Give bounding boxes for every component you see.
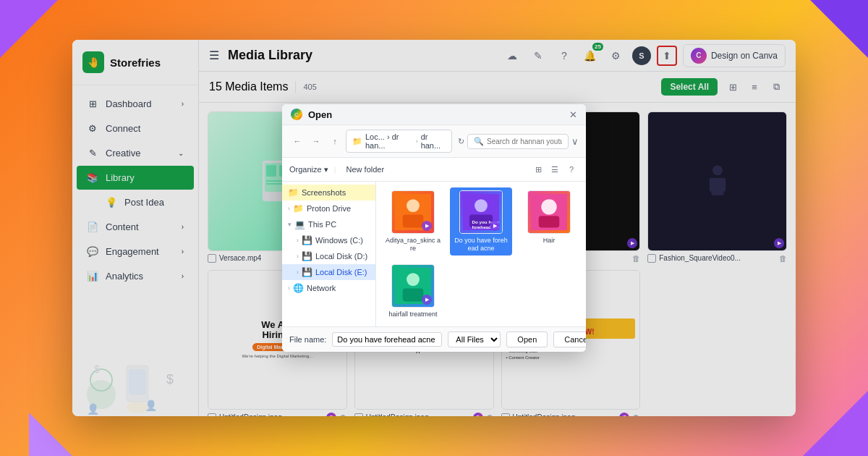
tree-label: Local Disk (E:) (315, 268, 367, 276)
dialog-close-button[interactable]: ✕ (569, 110, 577, 119)
deco-triangle-br (803, 391, 868, 456)
dialog-title: Open (308, 109, 563, 120)
path-folder-icon: 📁 (352, 137, 362, 146)
dialog-more-button[interactable]: ∨ (571, 136, 579, 147)
computer-icon: 💻 (294, 219, 305, 229)
play-icon: ▶ (422, 221, 432, 231)
svg-point-21 (407, 199, 420, 212)
disk-icon: 💾 (302, 235, 312, 245)
file-thumb: Do you have forehead acne ▶ (459, 190, 503, 234)
svg-point-32 (407, 273, 420, 286)
dialog-body: 📁 Screenshots › 📁 Proton Drive ▾ 💻 This … (282, 182, 586, 326)
file-thumb: ▶ (391, 190, 435, 234)
tree-label: Windows (C:) (315, 236, 363, 245)
filetype-select[interactable]: All Files (448, 332, 501, 347)
file-dialog: C Open ✕ ← → ↑ 📁 Loc... › dr han... › dr… (282, 104, 586, 352)
file-name: hairfall treatment (388, 311, 437, 318)
folder-icon: 📁 (288, 187, 299, 198)
file-name: Hair (543, 237, 556, 245)
open-button[interactable]: Open (506, 332, 548, 347)
filename-label: File name: (289, 335, 326, 344)
svg-rect-30 (539, 216, 560, 227)
deco-triangle-tr (810, 0, 868, 58)
play-icon: ▶ (422, 295, 432, 305)
dialog-sidebar: 📁 Screenshots › 📁 Proton Drive ▾ 💻 This … (282, 182, 376, 326)
organize-button[interactable]: Organize ▾ (289, 165, 328, 174)
chrome-icon: C (291, 109, 302, 120)
tree-arrow-icon: › (297, 237, 299, 244)
svg-rect-33 (403, 288, 424, 301)
play-icon: ▶ (490, 221, 500, 231)
folder-icon: 📁 (293, 203, 304, 214)
dialog-footer: File name: All Files Open Cancel (282, 326, 586, 352)
app-container: 🤚 Storefries ⊞ Dashboard › ⚙ Connect ✎ C… (72, 40, 796, 416)
tree-arrow-icon: › (288, 205, 290, 212)
deco-triangle-tl (0, 0, 58, 58)
dialog-titlebar: C Open ✕ (282, 104, 586, 125)
new-folder-label: New folder (346, 165, 385, 174)
tree-arrow-icon: › (288, 284, 290, 292)
dialog-view-buttons: ⊞ ☰ ? (531, 162, 579, 177)
file-thumb (527, 190, 571, 234)
tree-label: Screenshots (302, 188, 346, 197)
tree-arrow-icon: › (297, 253, 299, 260)
tree-label: Proton Drive (307, 204, 351, 213)
dialog-sub-path: dr han... (421, 132, 446, 150)
svg-point-24 (475, 199, 488, 212)
tree-arrow-icon: ▾ (288, 221, 292, 228)
dialog-search[interactable]: 🔍 (467, 134, 569, 149)
tree-label: Network (307, 284, 336, 292)
file-item-hairfall[interactable]: ▶ hairfall treatment (382, 261, 444, 321)
dialog-organize-bar: Organize ▾ | New folder ⊞ ☰ ? (282, 158, 586, 182)
file-name: Aditya_rao_skinc are (385, 237, 441, 253)
tree-item-screenshots[interactable]: 📁 Screenshots (282, 185, 375, 200)
tree-item-network[interactable]: › 🌐 Network (282, 280, 375, 296)
tree-item-proton[interactable]: › 📁 Proton Drive (282, 200, 375, 216)
tree-item-disk-e[interactable]: › 💾 Local Disk (E:) (282, 264, 375, 280)
dialog-refresh-button[interactable]: ↻ (458, 137, 464, 146)
dialog-up-button[interactable]: ↑ (327, 133, 343, 149)
file-thumb: ▶ (391, 264, 435, 308)
filename-input[interactable] (332, 332, 442, 347)
tree-arrow-icon: › (297, 269, 299, 276)
dialog-help[interactable]: ? (564, 162, 579, 177)
dialog-list-view[interactable]: ☰ (548, 162, 562, 177)
dialog-search-input[interactable] (487, 138, 562, 145)
tree-item-windows[interactable]: › 💾 Windows (C:) (282, 232, 375, 248)
file-name: Do you have forehead acne (453, 237, 509, 253)
dialog-forward-button[interactable]: → (308, 133, 324, 149)
dialog-overlay: C Open ✕ ← → ↑ 📁 Loc... › dr han... › dr… (72, 40, 796, 416)
file-item-forehead[interactable]: Do you have forehead acne ▶ Do you have … (450, 187, 512, 256)
dialog-back-button[interactable]: ← (289, 133, 305, 149)
new-folder-button[interactable]: New folder (342, 163, 389, 176)
search-icon: 🔍 (474, 137, 484, 146)
dialog-path-text: Loc... › dr han... (365, 132, 413, 150)
dialog-nav: ← → ↑ 📁 Loc... › dr han... › dr han... ↻… (282, 125, 586, 158)
organize-label: Organize ▾ (289, 165, 328, 174)
cancel-button[interactable]: Cancel (553, 332, 586, 347)
deco-triangle-bl (29, 413, 72, 456)
disk-icon: 💾 (302, 251, 312, 261)
svg-point-29 (541, 199, 556, 214)
dialog-grid-view[interactable]: ⊞ (531, 162, 545, 177)
svg-rect-22 (403, 215, 424, 228)
tree-label: Local Disk (D:) (315, 252, 367, 261)
disk-icon: 💾 (302, 267, 312, 277)
file-item-hair[interactable]: Hair (518, 187, 580, 256)
tree-label: This PC (308, 220, 336, 229)
dialog-path[interactable]: 📁 Loc... › dr han... › dr han... (346, 130, 452, 153)
network-icon: 🌐 (293, 283, 304, 293)
dialog-files: ▶ Aditya_rao_skinc are (376, 182, 586, 326)
tree-item-disk-d[interactable]: › 💾 Local Disk (D:) (282, 248, 375, 264)
file-thumb-inner (528, 191, 570, 233)
tree-item-thispc[interactable]: ▾ 💻 This PC (282, 216, 375, 232)
file-item-aditya[interactable]: ▶ Aditya_rao_skinc are (382, 187, 444, 256)
